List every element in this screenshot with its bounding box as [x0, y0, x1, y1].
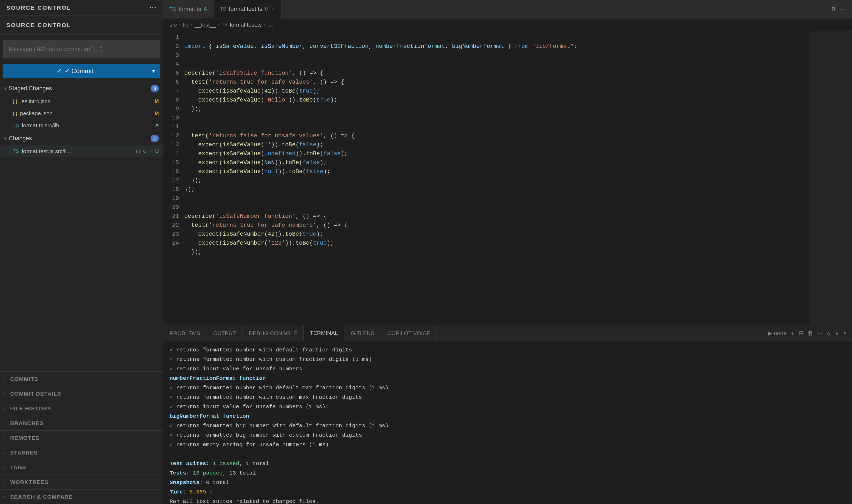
tab-format-test-ts-label: format.test.ts	[229, 5, 262, 12]
breadcrumb-lib[interactable]: lib	[183, 22, 189, 28]
staged-file-package-name: package.json	[20, 110, 53, 116]
ts-file-icon: TS	[220, 6, 226, 12]
changes-header[interactable]: ▾ Changes 1	[0, 131, 163, 145]
terminal-tab-bar: PROBLEMS OUTPUT DEBUG CONSOLE TERMINAL G…	[163, 325, 852, 341]
sidebar-item-file-history[interactable]: › FILE HISTORY	[0, 401, 163, 416]
breadcrumb-file-icon: TS	[222, 22, 228, 28]
sidebar-item-remotes[interactable]: › REMOTES	[0, 430, 163, 445]
commit-button-row: ✓ ✓ Commit ▾	[0, 64, 163, 78]
terminal-tab-problems[interactable]: PROBLEMS	[163, 325, 207, 341]
sidebar-item-commits[interactable]: › COMMITS	[0, 372, 163, 386]
staged-file-format[interactable]: TS format.ts src/lib A	[0, 120, 163, 131]
staged-changes-label: Staged Changes	[9, 85, 52, 92]
sidebar-item-stashes-label: STASHES	[10, 450, 38, 456]
commit-message-input[interactable]	[3, 40, 160, 58]
source-control-title: SOURCE CONTROL	[6, 4, 71, 11]
staged-file-format-badge: A	[151, 123, 159, 128]
sidebar-item-stashes[interactable]: › STASHES	[0, 445, 163, 460]
breadcrumb: src › lib › __test__ › TS format.test.ts…	[163, 18, 852, 31]
tab-format-test-ts[interactable]: TS format.test.ts U ×	[213, 0, 281, 18]
terminal-split-icon[interactable]: ⊟	[799, 330, 803, 337]
terminal-run-icon: ▶ node	[768, 330, 787, 337]
terminal-tab-debug-console[interactable]: DEBUG CONSOLE	[243, 325, 303, 341]
split-editor-icon[interactable]: ⧉	[832, 6, 836, 13]
terminal-line	[170, 450, 846, 459]
changes-file-format-test[interactable]: TS format.test.ts src/li... ⊡ ↺ + U	[0, 145, 163, 157]
sidebar-item-tags[interactable]: › TAGS	[0, 460, 163, 474]
breadcrumb-src[interactable]: src	[170, 22, 177, 28]
chevron-right-icon: ›	[4, 392, 6, 396]
json-icon: { }	[13, 110, 17, 116]
editor-terminal-container: 12345 678910 1112131415 1617181920 21222…	[163, 31, 852, 504]
terminal-tab-spacer	[437, 325, 763, 341]
terminal-stat-time: Time: 5.389 s	[170, 487, 846, 497]
terminal-tab-actions: ▶ node + ⊟ 🗑 ··· ∧ ∨ ×	[763, 325, 852, 341]
breadcrumb-ellipsis[interactable]: …	[268, 22, 273, 28]
sidebar-item-branches[interactable]: › BRANCHES	[0, 416, 163, 430]
terminal-tab-copilot-voice[interactable]: COPILOT VOICE	[381, 325, 437, 341]
more-icon[interactable]: ···	[150, 4, 157, 11]
tab-bar: TS format.ts A TS format.test.ts U × ⧉ ·…	[163, 0, 852, 18]
commit-button[interactable]: ✓ ✓ Commit	[3, 64, 147, 78]
terminal-up-icon[interactable]: ∧	[827, 330, 831, 337]
terminal-tab-gitlens[interactable]: GITLENS	[344, 325, 381, 341]
code-editor[interactable]: import { isSafeValue, isSafeNumber, conv…	[184, 31, 810, 325]
tab-close-button[interactable]: ×	[272, 6, 275, 12]
changes-file-badge: U	[155, 148, 159, 154]
editor-area: 12345 678910 1112131415 1617181920 21222…	[163, 31, 852, 325]
terminal-line: ✓ returns formatted number with custom m…	[170, 393, 846, 402]
staged-file-eslintrc-name: .eslintrc.json	[20, 98, 51, 104]
terminal-stat-snapshots: Snapshots: 0 total	[170, 478, 846, 487]
chevron-right-icon: ›	[4, 450, 6, 455]
terminal-line: ✓ returns empty string for unsafe number…	[170, 440, 846, 450]
chevron-down-icon: ▾	[152, 68, 155, 74]
terminal-add-icon[interactable]: +	[791, 330, 794, 337]
sidebar-item-commit-details-label: COMMIT DETAILS	[10, 391, 61, 397]
open-file-icon[interactable]: ⊡	[136, 148, 140, 155]
sidebar-item-commits-label: COMMITS	[10, 376, 38, 382]
changes-chevron-icon: ▾	[4, 136, 6, 141]
source-control-section-header: SOURCE CONTROL	[0, 16, 163, 35]
minimap	[810, 31, 852, 325]
changes-badge: 1	[151, 135, 159, 142]
terminal-panel: PROBLEMS OUTPUT DEBUG CONSOLE TERMINAL G…	[163, 325, 852, 504]
sidebar-item-commit-details[interactable]: › COMMIT DETAILS	[0, 386, 163, 401]
breadcrumb-sep2: ›	[191, 22, 192, 28]
breadcrumb-sep3: ›	[218, 22, 220, 28]
terminal-close-icon[interactable]: ×	[843, 330, 847, 337]
terminal-tab-output[interactable]: OUTPUT	[207, 325, 243, 341]
staged-changes-header[interactable]: ▾ Staged Changes 3	[0, 82, 163, 95]
sidebar-item-file-history-label: FILE HISTORY	[10, 406, 51, 412]
breadcrumb-sep1: ›	[179, 22, 181, 28]
terminal-line: ✓ returns input value for unsafe numbers…	[170, 402, 846, 412]
staged-file-eslintrc[interactable]: { } .eslintrc.json M	[0, 95, 163, 107]
terminal-more-icon[interactable]: ···	[818, 330, 822, 337]
chevron-right-icon: ›	[4, 480, 6, 485]
discard-changes-icon[interactable]: ↺	[143, 148, 147, 155]
breadcrumb-test[interactable]: __test__	[195, 22, 216, 28]
sidebar-item-search-compare[interactable]: › SEARCH & COMPARE	[0, 489, 163, 504]
terminal-tab-terminal[interactable]: TERMINAL	[303, 325, 344, 341]
terminal-line-final: Ran all test suites related to changed f…	[170, 497, 846, 504]
more-actions-icon[interactable]: ···	[841, 6, 846, 13]
sidebar-item-branches-label: BRANCHES	[10, 420, 44, 427]
terminal-content: ✓ returns formatted number with default …	[163, 341, 852, 504]
terminal-down-icon[interactable]: ∨	[835, 330, 839, 337]
json-icon: { }	[13, 98, 17, 104]
terminal-line: ✓ returns formatted number with default …	[170, 345, 846, 355]
breadcrumb-file-name[interactable]: format.test.ts	[230, 22, 261, 28]
staged-file-package[interactable]: { } package.json M	[0, 107, 163, 120]
stage-changes-icon[interactable]: +	[150, 148, 153, 154]
commit-btn-label: ✓ Commit	[65, 67, 93, 75]
tab-actions: ⧉ ···	[825, 0, 852, 18]
commit-dropdown-button[interactable]: ▾	[147, 64, 160, 78]
commit-message-area	[0, 35, 163, 64]
tab-format-ts[interactable]: TS format.ts A	[163, 0, 213, 18]
terminal-trash-icon[interactable]: 🗑	[807, 330, 813, 337]
terminal-line: ✓ returns formatted number with custom f…	[170, 355, 846, 364]
chevron-right-icon: ›	[4, 465, 6, 470]
staged-file-package-badge: M	[151, 110, 159, 116]
sidebar-item-worktrees[interactable]: › WORKTREES	[0, 474, 163, 489]
main-editor-area: TS format.ts A TS format.test.ts U × ⧉ ·…	[163, 0, 852, 504]
line-numbers: 12345 678910 1112131415 1617181920 21222…	[163, 31, 184, 325]
